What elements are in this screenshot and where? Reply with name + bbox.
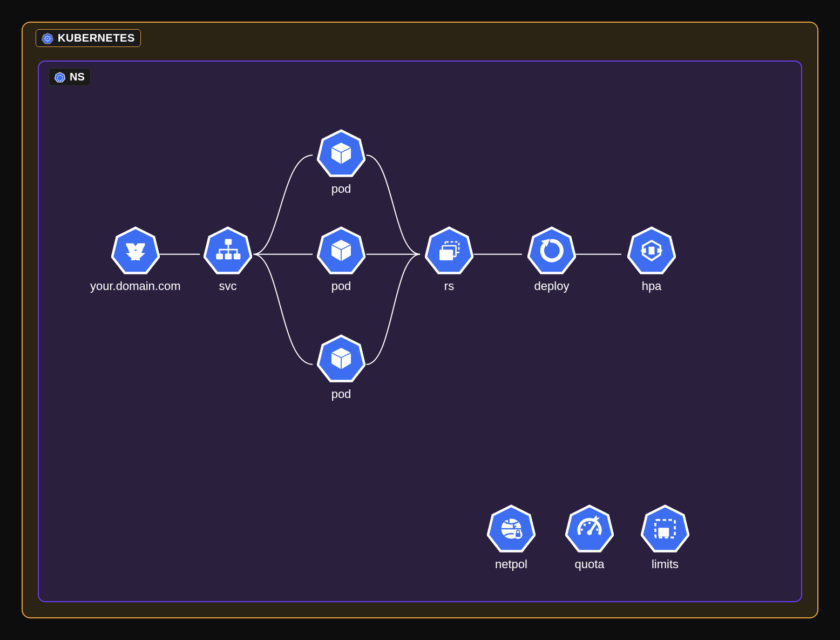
namespace-badge-label: NS bbox=[70, 71, 85, 83]
node-limits-label: limits bbox=[652, 557, 679, 571]
node-ingress-label: your.domain.com bbox=[90, 279, 181, 293]
ingress-icon bbox=[111, 226, 160, 275]
hpa-icon bbox=[627, 226, 676, 275]
namespace-frame: NS bbox=[38, 60, 802, 602]
diagram-canvas: your.domain.com svc pod pod pod rs bbox=[39, 62, 801, 601]
node-limits: limits bbox=[641, 504, 689, 571]
node-quota: quota bbox=[565, 504, 614, 571]
svc-icon bbox=[204, 226, 252, 275]
pod-icon bbox=[317, 334, 365, 383]
node-netpol: netpol bbox=[487, 504, 536, 571]
node-svc-label: svc bbox=[219, 279, 237, 293]
node-hpa: hpa bbox=[627, 226, 676, 293]
node-ingress: your.domain.com bbox=[90, 226, 181, 293]
namespace-icon bbox=[55, 72, 65, 83]
node-quota-label: quota bbox=[574, 557, 604, 571]
pod-icon bbox=[317, 129, 365, 178]
kubernetes-frame: KUBERNETES NS bbox=[22, 22, 818, 618]
node-deploy: deploy bbox=[527, 226, 576, 293]
node-pod2-label: pod bbox=[331, 279, 351, 293]
kubernetes-badge-label: KUBERNETES bbox=[58, 32, 135, 44]
node-hpa-label: hpa bbox=[642, 279, 662, 293]
node-rs: rs bbox=[425, 226, 473, 293]
pod-icon bbox=[317, 226, 365, 275]
deploy-icon bbox=[527, 226, 576, 275]
quota-icon bbox=[565, 504, 614, 553]
node-pod2: pod bbox=[317, 226, 365, 293]
limits-icon bbox=[641, 504, 689, 553]
node-pod3-label: pod bbox=[331, 387, 351, 401]
node-pod1-label: pod bbox=[331, 182, 351, 196]
kubernetes-badge: KUBERNETES bbox=[36, 29, 141, 47]
node-deploy-label: deploy bbox=[534, 279, 570, 293]
node-netpol-label: netpol bbox=[495, 557, 527, 571]
namespace-badge: NS bbox=[49, 68, 91, 86]
rs-icon bbox=[425, 226, 473, 275]
kubernetes-wheel-icon bbox=[42, 32, 53, 44]
node-svc: svc bbox=[204, 226, 252, 293]
node-pod1: pod bbox=[317, 129, 365, 196]
netpol-icon bbox=[487, 504, 536, 553]
node-pod3: pod bbox=[317, 334, 365, 401]
node-rs-label: rs bbox=[444, 279, 454, 293]
